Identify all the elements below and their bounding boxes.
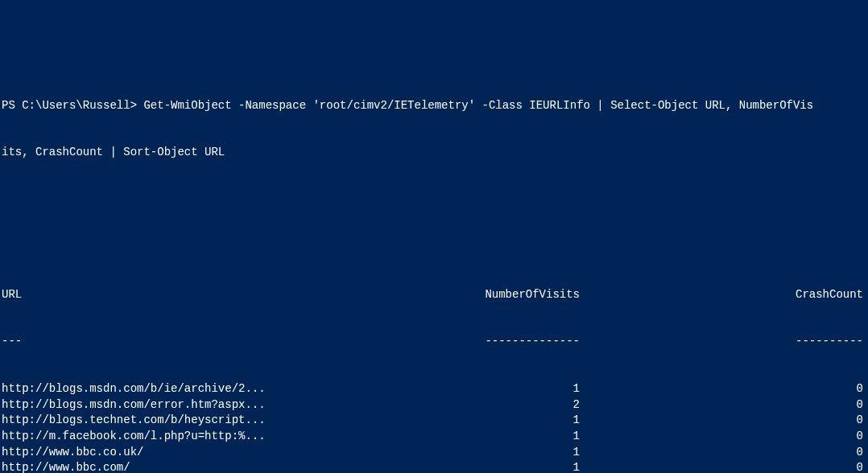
cell-crash: 0 bbox=[588, 460, 868, 473]
cell-visits: 1 bbox=[378, 381, 588, 397]
cell-crash: 0 bbox=[588, 445, 868, 461]
cell-crash: 0 bbox=[588, 413, 868, 429]
cell-crash: 0 bbox=[588, 397, 868, 413]
cell-visits: 2 bbox=[378, 397, 588, 413]
divider-visits: -------------- bbox=[378, 334, 588, 350]
command-line-wrap: its, CrashCount | Sort-Object URL bbox=[0, 145, 868, 161]
cell-visits: 1 bbox=[378, 445, 588, 461]
table-row: http://blogs.technet.com/b/heyscript...1… bbox=[0, 413, 868, 429]
cell-url: http://www.bbc.com/ bbox=[0, 460, 378, 473]
table-row: http://blogs.msdn.com/error.htm?aspx...2… bbox=[0, 397, 868, 413]
blank-line bbox=[0, 240, 868, 256]
cell-url: http://blogs.msdn.com/error.htm?aspx... bbox=[0, 397, 378, 413]
table-row: http://www.bbc.co.uk/10 bbox=[0, 445, 868, 461]
cell-url: http://blogs.technet.com/b/heyscript... bbox=[0, 413, 378, 429]
header-url: URL bbox=[0, 287, 378, 303]
cell-url: http://www.bbc.co.uk/ bbox=[0, 445, 378, 461]
blank-line bbox=[0, 192, 868, 208]
header-crash: CrashCount bbox=[588, 287, 868, 303]
cell-visits: 1 bbox=[378, 460, 588, 473]
divider-url: --- bbox=[0, 334, 378, 350]
command-line-1: PS C:\Users\Russell> Get-WmiObject -Name… bbox=[0, 98, 868, 114]
table-row: http://blogs.msdn.com/b/ie/archive/2...1… bbox=[0, 381, 868, 397]
cell-crash: 0 bbox=[588, 381, 868, 397]
cell-visits: 1 bbox=[378, 429, 588, 445]
table-row: http://www.bbc.com/10 bbox=[0, 460, 868, 473]
table-header: URL NumberOfVisits CrashCount bbox=[0, 287, 868, 303]
cell-url: http://m.facebook.com/l.php?u=http:%... bbox=[0, 429, 378, 445]
cell-crash: 0 bbox=[588, 429, 868, 445]
table-divider: --- -------------- ---------- bbox=[0, 334, 868, 350]
divider-crash: ---------- bbox=[588, 334, 868, 350]
header-visits: NumberOfVisits bbox=[378, 287, 588, 303]
prompt-prefix: PS C:\Users\Russell> bbox=[2, 99, 143, 112]
command-text: Get-WmiObject -Namespace 'root/cimv2/IET… bbox=[143, 99, 813, 112]
cell-url: http://blogs.msdn.com/b/ie/archive/2... bbox=[0, 381, 378, 397]
cell-visits: 1 bbox=[378, 413, 588, 429]
powershell-terminal[interactable]: PS C:\Users\Russell> Get-WmiObject -Name… bbox=[0, 66, 868, 473]
table-row: http://m.facebook.com/l.php?u=http:%...1… bbox=[0, 429, 868, 445]
